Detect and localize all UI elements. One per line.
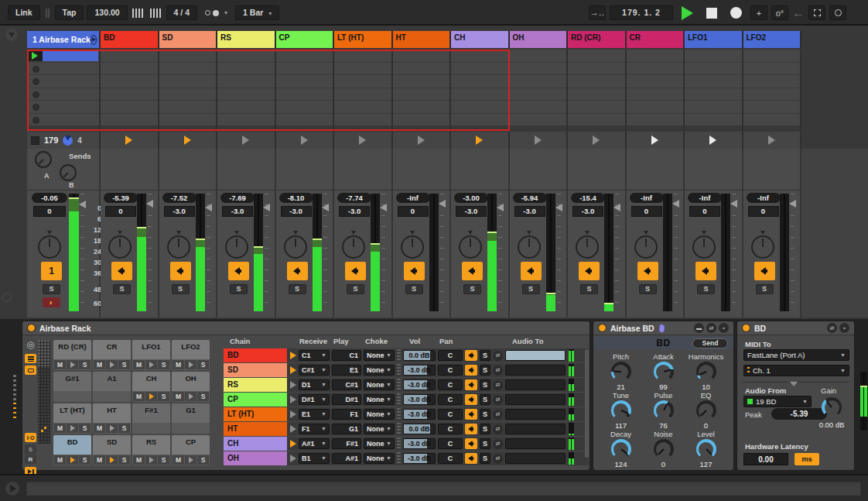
pad-play-button[interactable] (145, 455, 157, 465)
chain-name[interactable]: CP (224, 393, 287, 407)
clip-slot[interactable] (334, 114, 391, 127)
clip-slot[interactable] (393, 63, 450, 76)
volume-slider-handle[interactable] (672, 200, 679, 208)
chain-pan-field[interactable]: C (438, 409, 463, 420)
chain-play-button[interactable] (287, 396, 299, 403)
pan-knob[interactable] (751, 235, 774, 259)
clip-slot[interactable] (627, 50, 684, 63)
clip-slot[interactable] (101, 88, 158, 101)
key-map-button[interactable]: o° (771, 5, 788, 20)
chain-play-button[interactable] (287, 455, 299, 462)
clip-stop-button[interactable] (334, 132, 393, 149)
volume-field[interactable]: -3.0 (164, 206, 195, 217)
volume-field[interactable]: -3.0 (572, 206, 603, 217)
chain-activator-button[interactable] (465, 379, 477, 390)
chain-play-button[interactable] (287, 425, 299, 433)
peak-level-display[interactable]: -Inf (630, 193, 664, 203)
parameter-knob[interactable] (696, 400, 716, 420)
pad-play-button[interactable] (185, 392, 196, 401)
clip-slot[interactable] (217, 101, 275, 114)
browser-toggle-button[interactable] (5, 29, 18, 41)
chain-activator-button[interactable] (465, 394, 477, 405)
track-activator-button[interactable] (170, 262, 191, 280)
play-note-field[interactable]: F#1 (332, 438, 361, 449)
hot-swap-icon[interactable]: ⇄ (493, 439, 503, 449)
clip-slot[interactable] (217, 75, 275, 88)
clip-slot[interactable] (217, 114, 275, 127)
chain-pan-field[interactable]: C (438, 394, 463, 405)
time-signature-field[interactable]: 4 / 4 (166, 5, 197, 20)
track-header[interactable]: LT (HT) (334, 31, 393, 48)
chain-volume-slider[interactable]: -3.0 dB (403, 409, 436, 420)
hot-swap-icon[interactable]: ⇄ (493, 395, 503, 405)
clip-slot[interactable] (276, 114, 333, 127)
clip-slot[interactable] (743, 50, 801, 63)
pad-solo-button[interactable]: S (197, 360, 209, 369)
clip-slot[interactable] (159, 63, 217, 76)
solo-button[interactable]: S (522, 284, 540, 294)
pad-play-button[interactable] (106, 360, 118, 369)
slot-stop-icon[interactable] (32, 66, 39, 73)
clip-slot[interactable] (276, 50, 333, 63)
chain-name[interactable]: HT (224, 422, 287, 436)
chain-name[interactable]: SD (224, 363, 287, 377)
pad-solo-button[interactable]: S (79, 455, 91, 465)
choke-select[interactable]: None▼ (364, 409, 395, 420)
chain-play-button[interactable] (287, 352, 299, 359)
pan-knob[interactable] (108, 235, 132, 259)
track-header[interactable]: SD (159, 31, 218, 48)
audio-to-select[interactable] (505, 394, 566, 405)
pad-view-button[interactable] (25, 365, 36, 375)
clip-stop-button[interactable] (568, 132, 627, 149)
play-note-field[interactable]: F1 (332, 409, 361, 420)
clip-slot[interactable] (393, 114, 450, 127)
volume-slider-handle[interactable] (439, 200, 446, 208)
slot-stop-icon[interactable] (32, 78, 39, 85)
chain-row[interactable]: CH A#1▼ F#1 None▼ -3.0 dB C S ⇄ (224, 437, 589, 451)
device-title-bar[interactable]: BD ⇄ ▪ (737, 321, 854, 335)
group-unfold-icon[interactable] (91, 35, 97, 45)
pad-mute-button[interactable]: M (133, 392, 145, 401)
device-activator-button[interactable] (598, 324, 607, 332)
clip-slot[interactable] (101, 50, 158, 63)
drum-pad[interactable]: OH M S (172, 372, 210, 402)
audio-to-select[interactable] (505, 424, 566, 434)
fold-device-icon[interactable]: ▬ (694, 323, 704, 333)
clip-slot[interactable] (743, 63, 801, 76)
send-a-knob[interactable] (35, 151, 52, 168)
play-note-field[interactable]: D#1 (332, 394, 361, 405)
pad-play-button[interactable] (145, 392, 157, 401)
pad-solo-button[interactable]: S (79, 424, 91, 433)
chain-name[interactable]: BD (224, 348, 287, 362)
scene-stop-icon[interactable] (31, 136, 39, 145)
clip-slot[interactable] (568, 88, 625, 101)
pan-knob[interactable] (459, 235, 482, 259)
peak-value[interactable]: -5.39 (771, 408, 827, 420)
clip-slot[interactable] (510, 75, 567, 88)
play-note-field[interactable]: G1 (332, 424, 361, 434)
save-preset-icon[interactable]: ▪ (839, 323, 849, 333)
drum-pad[interactable]: LFO1 M S (132, 340, 170, 370)
receive-note-select[interactable]: B1▼ (299, 453, 330, 464)
chain-play-button[interactable] (287, 440, 299, 448)
arrangement-position-field[interactable]: 179. 1. 2 (610, 5, 673, 20)
chain-volume-slider[interactable]: -3.0 dB (403, 365, 436, 376)
chain-activator-button[interactable] (465, 365, 477, 376)
solo-button[interactable]: S (756, 284, 774, 294)
pad-bank-overview[interactable] (38, 340, 50, 444)
chain-row[interactable]: LT (HT) E1▼ F1 None▼ -3.0 dB C S ⇄ (224, 407, 589, 421)
peak-level-display[interactable]: -5.94 (513, 193, 547, 203)
clip-slot[interactable] (393, 88, 450, 101)
drum-pad[interactable]: A1 M S (93, 372, 131, 402)
track-activator-button[interactable] (754, 262, 775, 280)
group-clip[interactable] (43, 50, 98, 61)
clip-slot[interactable] (627, 88, 684, 101)
send-b-knob[interactable] (60, 164, 77, 181)
metronome-toggle[interactable]: ▾ (200, 9, 232, 16)
pan-knob[interactable] (167, 235, 190, 259)
choke-select[interactable]: None▼ (364, 438, 395, 449)
clip-slot[interactable] (743, 75, 801, 88)
pan-knob[interactable] (225, 235, 248, 259)
clip-slot[interactable] (451, 63, 508, 76)
peak-level-display[interactable]: -8.10 (279, 193, 313, 203)
